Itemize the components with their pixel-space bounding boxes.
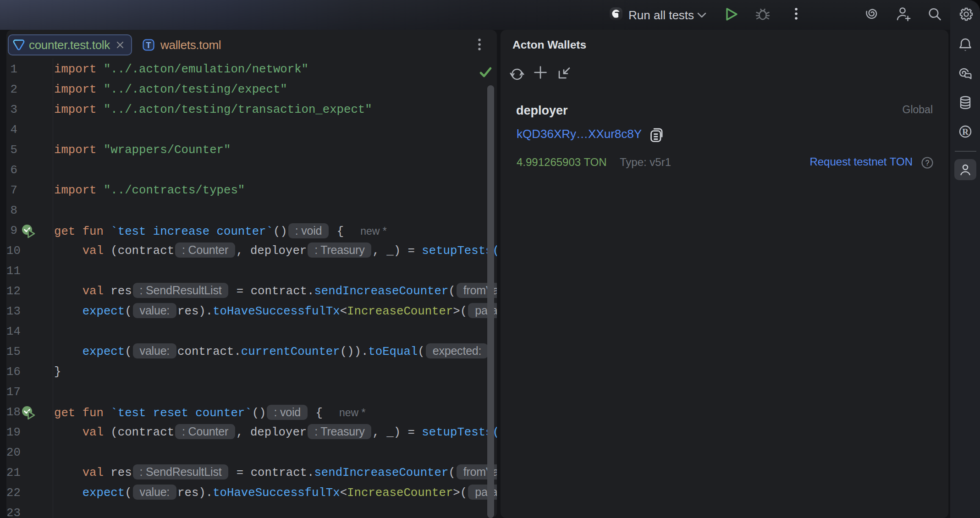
svg-text:?: ? (925, 159, 930, 167)
svg-text:T: T (146, 41, 151, 50)
svg-text:R: R (962, 127, 969, 137)
